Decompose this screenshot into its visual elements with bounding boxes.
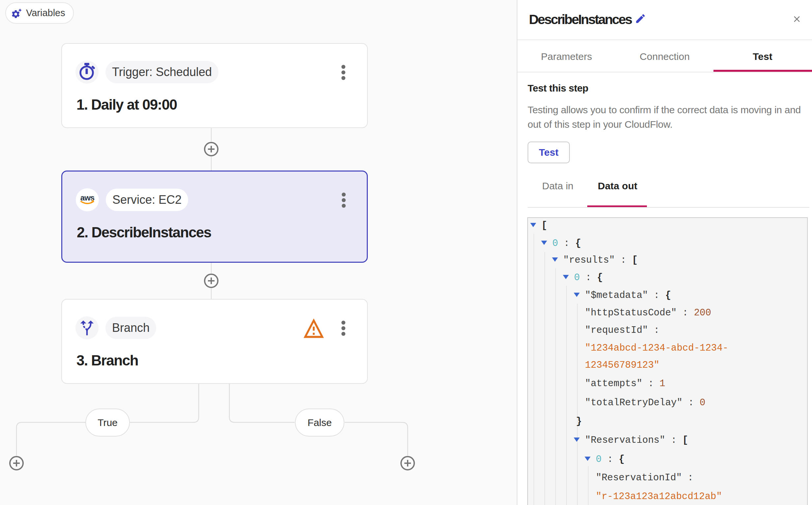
svg-text:aws: aws [81, 193, 95, 202]
